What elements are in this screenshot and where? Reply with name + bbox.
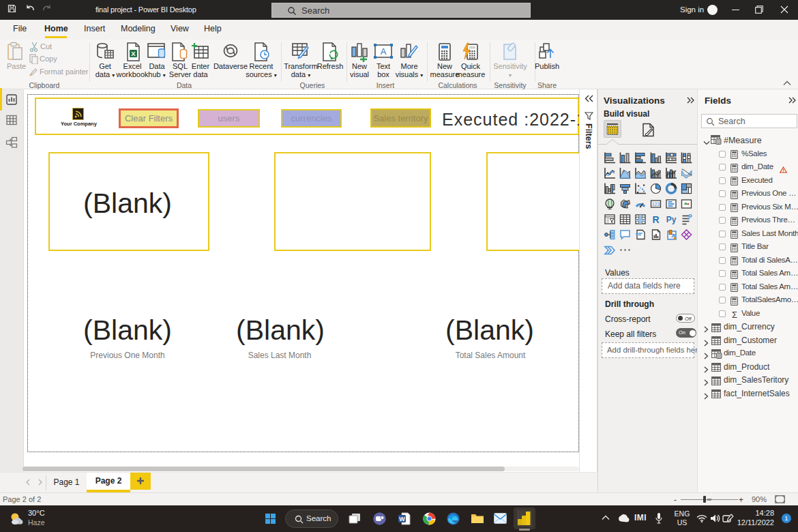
svg-text:Py: Py	[666, 215, 677, 224]
svg-text:W: W	[399, 516, 405, 522]
svg-text:R: R	[652, 214, 659, 225]
svg-text:Σ: Σ	[732, 310, 737, 319]
svg-text:A: A	[381, 46, 387, 57]
svg-text:X: X	[131, 50, 136, 57]
svg-text:123: 123	[652, 202, 660, 207]
